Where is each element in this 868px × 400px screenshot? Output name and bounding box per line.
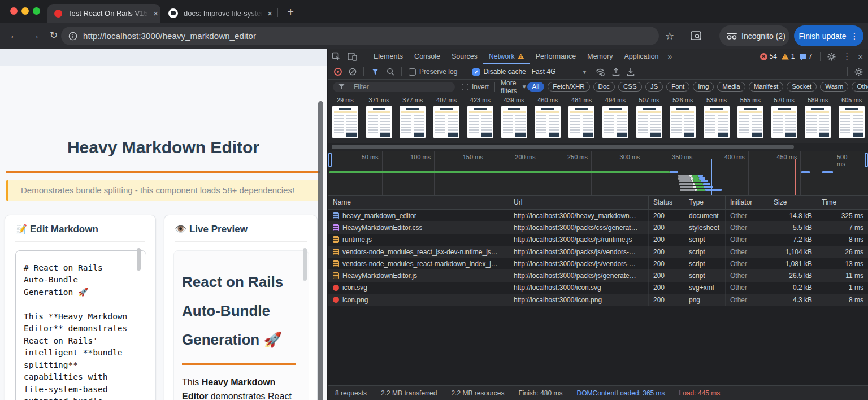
cell-status[interactable]: 200 <box>649 269 684 281</box>
throttling-caret-icon[interactable]: ▼ <box>581 69 587 75</box>
network-overview[interactable]: 50 ms100 ms150 ms200 ms250 ms300 ms350 m… <box>328 151 868 196</box>
column-header-status[interactable]: Status <box>649 196 684 210</box>
more-tabs-chevron[interactable]: » <box>668 52 672 61</box>
search-icon[interactable] <box>387 68 394 76</box>
cell-type[interactable]: script <box>684 246 726 258</box>
cell-url[interactable]: http://localhost:3000/packs/js/runtime.j… <box>509 234 649 246</box>
cell-type[interactable]: stylesheet <box>684 221 726 233</box>
issues-icon[interactable] <box>800 54 806 59</box>
devtools-tab-application[interactable]: Application <box>618 49 664 64</box>
filter-input[interactable]: Filter <box>333 82 455 92</box>
disable-cache-checkbox[interactable]: ✓ <box>472 68 480 76</box>
new-tab-button[interactable]: + <box>283 5 298 20</box>
cell-initiator[interactable]: Other <box>726 269 769 281</box>
filmstrip-frame[interactable]: 605 ms <box>835 94 868 143</box>
finish-update-button[interactable]: Finish update ⋮ <box>794 25 863 46</box>
filmstrip-thumbnail[interactable] <box>501 106 527 138</box>
cell-url[interactable]: http://localhost:3000/icon.svg <box>509 282 649 294</box>
cell-size[interactable]: 1,081 kB <box>769 258 817 269</box>
cell-name[interactable]: vendors-node_modules_react-markdown_inde… <box>328 258 509 269</box>
devtools-tab-network[interactable]: Network! <box>483 49 530 64</box>
cell-url[interactable]: http://localhost:3000/heavy_markdown… <box>509 210 649 221</box>
cell-type[interactable]: script <box>684 234 726 246</box>
cell-url[interactable]: http://localhost:3000/packs/js/vendors-… <box>509 246 649 258</box>
filmstrip-thumbnail[interactable] <box>839 106 865 138</box>
filter-chip-img[interactable]: Img <box>693 82 714 92</box>
tab-close-icon[interactable]: × <box>265 8 275 18</box>
cell-name[interactable]: vendors-node_modules_react_jsx-dev-runti… <box>328 246 509 258</box>
filmstrip-thumbnail[interactable] <box>704 106 730 138</box>
filmstrip-frame[interactable]: 460 ms <box>531 94 565 143</box>
filmstrip-thumbnail[interactable] <box>737 106 763 138</box>
cell-status[interactable]: 200 <box>649 246 684 258</box>
cell-name[interactable]: HeavyMarkdownEditor.css <box>328 221 509 233</box>
window-close-button[interactable] <box>10 7 18 15</box>
device-toolbar-icon[interactable] <box>348 53 357 61</box>
console-errors-icon[interactable]: ✕ <box>760 53 767 60</box>
back-button[interactable]: ← <box>9 29 20 42</box>
cell-time[interactable]: 26 ms <box>817 246 868 258</box>
table-row[interactable]: runtime.jshttp://localhost:3000/packs/js… <box>328 234 868 246</box>
cell-time[interactable]: 11 ms <box>817 269 868 281</box>
filmstrip-thumbnail[interactable] <box>568 106 594 138</box>
cell-initiator[interactable]: Other <box>726 282 769 294</box>
filter-chip-font[interactable]: Font <box>666 82 689 92</box>
warning-count[interactable]: 1 <box>791 53 795 60</box>
export-har-icon[interactable] <box>627 68 635 76</box>
cell-status[interactable]: 200 <box>649 258 684 269</box>
cell-name[interactable]: icon.svg <box>328 282 509 294</box>
cell-status[interactable]: 200 <box>649 234 684 246</box>
filmstrip-scrollbar[interactable] <box>328 143 868 151</box>
filmstrip-frame[interactable]: 481 ms <box>565 94 598 143</box>
browser-tab-inactive[interactable]: docs: Improve file-system-ba × <box>163 4 275 23</box>
table-row[interactable]: icon.pnghttp://localhost:3000/icon.png20… <box>328 294 868 306</box>
network-settings-gear-icon[interactable] <box>854 68 863 76</box>
filmstrip-thumbnail[interactable] <box>670 106 696 138</box>
filmstrip-thumbnail[interactable] <box>400 106 426 138</box>
filmstrip-thumbnail[interactable] <box>366 106 392 138</box>
preserve-log-checkbox[interactable] <box>409 68 416 76</box>
update-menu-dots-icon[interactable]: ⋮ <box>850 33 859 39</box>
devtools-settings-gear-icon[interactable] <box>827 53 836 61</box>
filmstrip-frame[interactable]: 29 ms <box>328 94 362 143</box>
browser-tab-active[interactable]: Test React On Rails V15 Hello × <box>47 4 160 23</box>
table-row[interactable]: HeavyMarkdownEditor.jshttp://localhost:3… <box>328 269 868 281</box>
cell-name[interactable]: heavy_markdown_editor <box>328 210 509 221</box>
column-header-size[interactable]: Size <box>769 196 817 210</box>
reload-button[interactable]: ↻ <box>50 29 58 41</box>
window-zoom-button[interactable] <box>33 7 40 15</box>
filmstrip-frame[interactable]: 526 ms <box>666 94 700 143</box>
cell-type[interactable]: svg+xml <box>684 282 726 294</box>
overview-left-handle[interactable] <box>328 153 332 167</box>
preview-scrollbar[interactable] <box>303 248 307 281</box>
incognito-badge[interactable]: Incognito (2) <box>719 25 789 46</box>
issues-count[interactable]: 7 <box>809 53 813 60</box>
cell-status[interactable]: 200 <box>649 294 684 306</box>
cell-time[interactable]: 13 ms <box>817 258 868 269</box>
filmstrip-thumbnail[interactable] <box>535 106 561 138</box>
cell-status[interactable]: 200 <box>649 282 684 294</box>
column-header-name[interactable]: Name <box>328 196 509 210</box>
column-header-initiator[interactable]: Initiator <box>726 196 769 210</box>
filter-chip-manifest[interactable]: Manifest <box>749 82 783 92</box>
filmstrip-thumbnail[interactable] <box>602 106 628 138</box>
cell-size[interactable]: 1,104 kB <box>769 246 817 258</box>
more-filters-dropdown[interactable]: More filters <box>501 79 517 95</box>
cell-url[interactable]: http://localhost:3000/icon.png <box>509 294 649 306</box>
column-header-time[interactable]: Time <box>817 196 868 210</box>
import-har-icon[interactable] <box>612 68 620 76</box>
overview-right-handle[interactable] <box>865 153 868 167</box>
cell-size[interactable]: 26.5 kB <box>769 269 817 281</box>
table-row[interactable]: vendors-node_modules_react_jsx-dev-runti… <box>328 246 868 258</box>
filmstrip-frame[interactable]: 507 ms <box>632 94 666 143</box>
record-network-log-button[interactable] <box>334 68 342 76</box>
cell-initiator[interactable]: Other <box>726 258 769 269</box>
filter-chip-other[interactable]: Other <box>852 82 868 92</box>
filmstrip-thumbnail[interactable] <box>805 106 831 138</box>
cell-url[interactable]: http://localhost:3000/packs/css/generat… <box>509 221 649 233</box>
side-panel-search-icon[interactable] <box>691 31 702 41</box>
tab-close-icon[interactable]: × <box>151 8 160 18</box>
filmstrip-frame[interactable]: 555 ms <box>734 94 767 143</box>
filter-toggle-icon[interactable] <box>372 69 379 75</box>
cell-time[interactable]: 7 ms <box>817 221 868 233</box>
